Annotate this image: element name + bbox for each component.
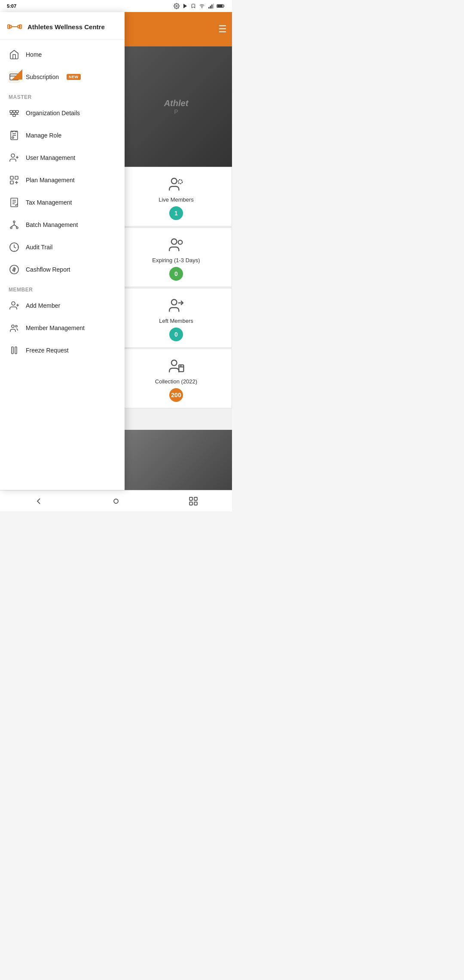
home-icon <box>9 49 20 60</box>
dash-card-left-members[interactable]: Left Members 0 <box>120 288 232 348</box>
plan-management-icon <box>9 175 20 186</box>
bookmark-icon <box>191 3 196 9</box>
expiring-1-3-days-icon <box>167 236 186 254</box>
svg-rect-8 <box>217 5 222 7</box>
svg-rect-25 <box>13 110 15 113</box>
main-header: ☰ <box>120 12 232 46</box>
sidebar-item-organization-details[interactable]: Organization Details <box>0 102 125 124</box>
dash-card-live-members[interactable]: Live Members 1 <box>120 167 232 227</box>
svg-point-58 <box>15 325 17 327</box>
svg-point-2 <box>202 8 202 8</box>
svg-point-48 <box>16 227 18 229</box>
svg-rect-31 <box>13 114 15 116</box>
freeze-request-label: Freeze Request <box>26 347 69 354</box>
sidebar-item-batch-management[interactable]: Batch Management <box>0 214 125 236</box>
nav-recent-button[interactable] <box>155 490 232 511</box>
user-management-icon <box>9 152 20 163</box>
svg-line-51 <box>14 225 17 227</box>
manage-role-label: Manage Role <box>26 132 61 139</box>
nav-back-button[interactable] <box>0 490 77 511</box>
svg-rect-26 <box>16 110 18 113</box>
sidebar: Athletes Wellness Centre Home <box>0 12 125 490</box>
dashboard-cards: Live Members 1 Expiring (1-3 Days) 0 Lef… <box>120 167 232 409</box>
svg-rect-63 <box>194 497 197 500</box>
svg-rect-6 <box>213 3 214 9</box>
wifi-icon <box>198 3 205 9</box>
left-members-count: 0 <box>169 328 183 341</box>
add-member-label: Add Member <box>26 302 60 309</box>
sidebar-item-cashflow-report[interactable]: Cashflow Report <box>0 258 125 281</box>
freeze-request-icon <box>9 345 20 356</box>
sidebar-item-subscription[interactable]: Subscription NEW <box>0 66 125 88</box>
sidebar-item-member-management[interactable]: Member Management <box>0 317 125 339</box>
svg-point-61 <box>114 499 118 503</box>
nav-home-button[interactable] <box>77 490 155 511</box>
manage-role-icon <box>9 130 20 141</box>
svg-point-35 <box>12 137 14 138</box>
member-management-label: Member Management <box>26 325 85 331</box>
live-members-count: 1 <box>169 206 183 220</box>
sidebar-item-plan-management[interactable]: Plan Management <box>0 169 125 191</box>
audit-trail-label: Audit Trail <box>26 244 52 251</box>
status-icons <box>174 3 225 9</box>
organization-details-label: Organization Details <box>26 110 80 116</box>
user-management-label: User Management <box>26 154 75 161</box>
sidebar-title: Athletes Wellness Centre <box>27 23 105 31</box>
svg-rect-5 <box>211 5 212 9</box>
sidebar-item-add-member[interactable]: Add Member <box>0 294 125 317</box>
main-hero-image: Athlet P <box>120 46 232 167</box>
svg-rect-65 <box>189 502 192 505</box>
sidebar-item-audit-trail[interactable]: Audit Trail <box>0 236 125 258</box>
sidebar-item-tax-management[interactable]: Tax Management <box>0 191 125 214</box>
tax-management-label: Tax Management <box>26 199 72 206</box>
svg-point-12 <box>178 240 183 245</box>
audit-trail-icon <box>9 242 20 253</box>
dash-card-expiring-1-3-days[interactable]: Expiring (1-3 Days) 0 <box>120 227 232 287</box>
svg-rect-59 <box>12 347 13 354</box>
collection-2022-count: 200 <box>169 388 183 402</box>
left-members-icon <box>167 296 186 315</box>
plan-management-label: Plan Management <box>26 177 75 184</box>
sidebar-nav: Home Subscription NEW Master <box>0 40 125 490</box>
sidebar-item-manage-role[interactable]: Manage Role <box>0 124 125 147</box>
status-time: 5:07 <box>7 3 16 9</box>
section-member: Member <box>0 281 125 294</box>
live-members-label: Live Members <box>159 196 194 203</box>
subscription-icon <box>9 71 20 83</box>
sidebar-header: Athletes Wellness Centre <box>0 12 125 40</box>
live-members-icon <box>167 175 186 194</box>
cashflow-report-label: Cashflow Report <box>26 266 70 273</box>
status-bar: 5:07 <box>0 0 232 12</box>
hamburger-icon[interactable]: ☰ <box>218 24 227 35</box>
batch-management-icon <box>9 219 20 230</box>
svg-point-54 <box>12 302 15 305</box>
signal-icon <box>208 3 214 9</box>
svg-point-11 <box>171 239 177 245</box>
home-label: Home <box>26 51 42 58</box>
sidebar-item-freeze-request[interactable]: Freeze Request <box>0 339 125 361</box>
svg-rect-60 <box>15 347 17 354</box>
settings-icon <box>174 3 180 9</box>
section-master: Master <box>0 88 125 102</box>
svg-line-50 <box>11 225 14 227</box>
collection-2022-icon <box>167 357 186 376</box>
svg-rect-42 <box>11 198 18 207</box>
svg-point-9 <box>171 178 177 184</box>
svg-rect-4 <box>210 6 211 8</box>
svg-rect-24 <box>10 110 12 113</box>
svg-point-46 <box>13 221 15 223</box>
sidebar-logo-icon <box>7 19 22 34</box>
svg-rect-37 <box>10 176 13 179</box>
dash-card-collection-2022[interactable]: Collection (2022) 200 <box>120 349 232 408</box>
svg-point-13 <box>171 300 177 305</box>
expiring-1-3-days-label: Expiring (1-3 Days) <box>152 257 200 263</box>
expiring-1-3-days-count: 0 <box>169 267 183 281</box>
svg-point-57 <box>12 325 14 328</box>
sidebar-item-home[interactable]: Home <box>0 43 125 66</box>
svg-point-47 <box>10 227 12 229</box>
left-members-label: Left Members <box>159 318 193 324</box>
hero-sub: P <box>164 108 189 115</box>
sidebar-item-user-management[interactable]: User Management <box>0 147 125 169</box>
svg-rect-64 <box>194 502 197 505</box>
bottom-navigation <box>0 490 232 511</box>
